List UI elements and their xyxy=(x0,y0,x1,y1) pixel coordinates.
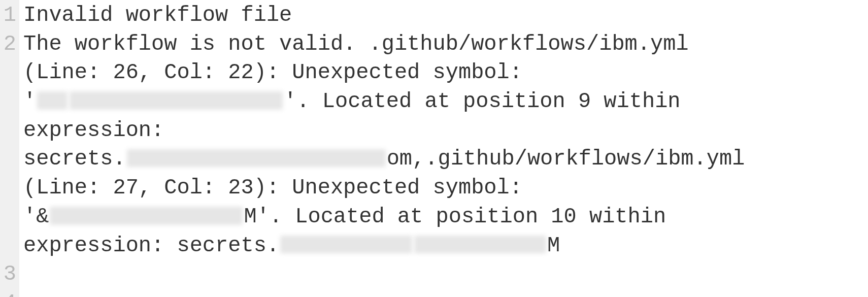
text-secrets-1: secrets. xyxy=(23,147,126,171)
code-content[interactable]: Invalid workflow file The workflow is no… xyxy=(19,0,868,297)
code-line-2-part2: (Line: 26, Col: 22): Unexpected symbol: xyxy=(23,58,864,87)
line-num-3: 3 xyxy=(2,260,16,289)
text-after-redact-4: M xyxy=(547,234,560,258)
text-after-redact-3: M'. Located at position 10 within xyxy=(244,205,666,229)
redacted-token-4a xyxy=(280,236,412,254)
code-line-2-part7: '&M'. Located at position 10 within xyxy=(23,203,864,232)
code-line-1: Invalid workflow file xyxy=(23,1,864,30)
text-quote-open: ' xyxy=(23,89,36,114)
redacted-token-4b xyxy=(414,236,546,254)
text-quote-amp: '& xyxy=(23,205,49,229)
text-secrets-2: expression: secrets. xyxy=(23,234,279,258)
code-line-2-part3: ''. Located at position 9 within xyxy=(23,87,864,116)
redacted-token-1b xyxy=(70,91,283,110)
redacted-token-1a xyxy=(37,91,68,110)
code-line-2-part8: expression: secrets.M xyxy=(23,232,864,260)
redacted-token-3 xyxy=(50,207,243,225)
line-number-gutter: 1 2 3 4 xyxy=(0,0,19,297)
line-num-1: 1 xyxy=(2,1,16,30)
line-num-2: 2 xyxy=(2,30,16,260)
code-line-2-part4: expression: xyxy=(23,116,864,145)
code-line-2-part6: (Line: 27, Col: 23): Unexpected symbol: xyxy=(23,174,864,203)
text-after-redact-1: '. Located at position 9 within xyxy=(284,89,680,114)
code-line-2-part1: The workflow is not valid. .github/workf… xyxy=(23,30,864,59)
text-after-redact-2: om,.github/workflows/ibm.yml xyxy=(387,147,745,171)
line-num-4: 4 xyxy=(2,289,16,297)
code-line-2-part5: secrets.om,.github/workflows/ibm.yml xyxy=(23,145,864,174)
redacted-token-2 xyxy=(127,149,386,168)
